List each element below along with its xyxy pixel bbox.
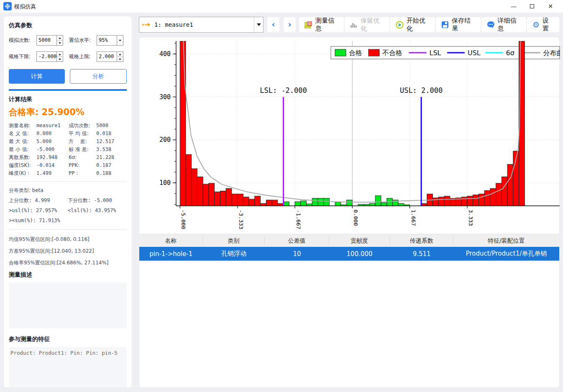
maximize-button[interactable] <box>523 0 541 13</box>
spin-down[interactable] <box>117 57 123 61</box>
histogram-chart: 合格不合格LSLUSL6σ分布曲线LSL: -2.000USL: 2.00010… <box>139 37 560 234</box>
distribution-row: 上分位数: 4.999下分位数: -5.000 <box>9 195 127 205</box>
bar-fail <box>180 41 186 206</box>
previous-measure-button[interactable]: ‹ <box>267 17 280 33</box>
x-tick-label: -3.333 <box>238 210 244 229</box>
features-title: 参与测量的特征 <box>9 336 127 343</box>
save-results-button[interactable]: 保存结果 <box>435 17 481 33</box>
bar-fail <box>238 194 243 206</box>
stat-value: 5.000 <box>36 138 51 146</box>
number-input[interactable]: 5000 <box>36 35 63 46</box>
bar-pass <box>381 202 387 206</box>
chevron-up-icon <box>59 37 61 39</box>
distribution-row: >usl(%): 27.957%<lsl(%): 43.957% <box>9 205 127 215</box>
bar-fail <box>186 154 192 206</box>
table-header-cell[interactable]: 名称 <box>139 236 203 245</box>
distribution-value: ><sum(%): 71.913% <box>9 215 68 225</box>
distribution-value: <lsl(%): 43.957% <box>68 205 127 215</box>
bar-fail <box>433 198 439 206</box>
number-input[interactable]: -2.000 <box>36 51 63 62</box>
analyze-button[interactable]: 分析 <box>70 69 127 84</box>
select-arrow[interactable] <box>117 36 123 45</box>
table-header-cell[interactable]: 贡献度 <box>329 236 390 245</box>
minimize-button[interactable]: — <box>504 0 523 13</box>
features-box[interactable]: Product: Product1: Pin: Pin: pin-5 <box>9 347 127 388</box>
stat-label: 平 均 值: <box>69 130 95 138</box>
settings-button[interactable]: ⚙设置 <box>527 17 560 33</box>
panel-title: 仿真参数 <box>9 22 127 29</box>
stat-item: 标 准 差:3.538 <box>69 146 127 154</box>
spinner-buttons[interactable] <box>56 52 63 61</box>
table-cell: Product/Product1/单孔单销 <box>453 250 559 258</box>
bar-fail <box>507 164 513 206</box>
table-header-cell[interactable]: 特征/装配位置 <box>453 236 559 245</box>
spin-up[interactable] <box>57 36 63 41</box>
measure-info-button[interactable]: 测量信息 <box>299 17 344 33</box>
table-header-cell[interactable]: 传递系数 <box>390 236 453 245</box>
confidence-interval: 合格率95%置信区间:[24.686%, 27.114%] <box>9 257 127 269</box>
stat-item: 测量名称:measure1 <box>9 122 67 130</box>
close-button[interactable]: ✕ <box>541 0 560 13</box>
bar-fail <box>209 183 215 206</box>
stat-label: PP : <box>69 169 95 177</box>
confidence-select[interactable]: 95% <box>97 35 123 46</box>
stat-label: 最 大 值: <box>9 138 35 146</box>
table-cell: 9.511 <box>390 250 453 258</box>
next-measure-button[interactable]: › <box>283 17 296 33</box>
spinner-buttons[interactable] <box>56 36 63 45</box>
distribution-value: >usl(%): 27.957% <box>9 205 68 215</box>
bar-fail <box>232 194 238 206</box>
bar-fail <box>266 200 272 206</box>
spin-up[interactable] <box>57 52 63 57</box>
legend-label: 6σ <box>506 49 514 57</box>
bar-pass <box>398 203 404 206</box>
bar-pass <box>375 196 381 206</box>
bar-pass <box>370 203 376 206</box>
table-header-cell[interactable]: 类别 <box>203 236 265 245</box>
spin-down[interactable] <box>57 57 63 61</box>
stat-item: 名 义 值:0.000 <box>9 130 67 138</box>
stat-label: 名 义 值: <box>9 130 35 138</box>
spin-up[interactable] <box>117 52 123 57</box>
measure-arrow-icon <box>142 22 151 28</box>
measure-select[interactable]: 1: measure1 <box>139 17 264 33</box>
bar-fail <box>197 177 203 206</box>
bar-fail <box>421 203 427 206</box>
pass-rate-value: 合格率: 25.900% <box>9 106 127 118</box>
field-label: 规格下限: <box>9 53 34 60</box>
bar-fail <box>473 195 479 206</box>
table-header-row: 名称类别公差值贡献度传递系数特征/装配位置 <box>139 234 559 247</box>
legend-swatch <box>369 49 379 56</box>
bar-fail <box>203 184 209 206</box>
detail-info-button[interactable]: 详细信息 <box>481 17 527 33</box>
stat-label: 6σ: <box>69 154 95 161</box>
spin-down[interactable] <box>57 41 63 45</box>
start-optimize-label: 开始优化 <box>407 17 430 33</box>
stat-label: 测量名称: <box>9 122 35 130</box>
stat-item: 最 小 值:-5.000 <box>9 146 67 154</box>
bar-pass <box>318 198 324 206</box>
y-tick-label: 400 <box>159 50 171 58</box>
table-header-cell[interactable]: 公差值 <box>265 236 329 245</box>
field-label: 规格上限: <box>69 53 94 60</box>
bar-fail <box>215 192 220 206</box>
stat-item: 偏度(SK):-0.014 <box>9 161 67 169</box>
spinner-buttons[interactable] <box>117 52 123 61</box>
results-title: 计算结果 <box>9 96 127 103</box>
field-value: -2.000 <box>37 52 56 61</box>
table-row[interactable]: pin-1->hole-1孔销浮动10100.0009.511Product/P… <box>139 247 559 261</box>
stat-value: 21.228 <box>96 154 114 161</box>
measure-ruler-icon <box>305 21 312 28</box>
table-body: pin-1->hole-1孔销浮动10100.0009.511Product/P… <box>139 247 559 261</box>
bar-fail <box>496 183 502 206</box>
bar-pass <box>312 198 318 206</box>
distribution-value: 上分位数: 4.999 <box>9 195 68 205</box>
y-tick-label: 100 <box>159 179 171 187</box>
start-optimize-button[interactable]: 开始优化 <box>390 17 435 33</box>
measure-description-box[interactable] <box>9 282 127 328</box>
dropdown-arrow-zone[interactable] <box>254 17 263 32</box>
calculate-button[interactable]: 计算 <box>9 69 65 84</box>
stat-item: PP :0.188 <box>69 169 127 177</box>
bar-pass <box>301 201 307 206</box>
number-input[interactable]: 2.000 <box>97 51 123 62</box>
